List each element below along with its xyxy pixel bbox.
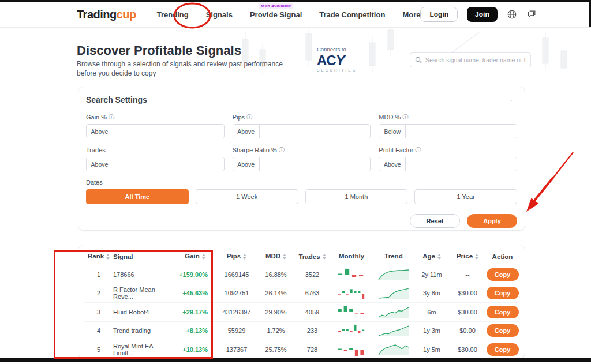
- copy-button[interactable]: Copy: [487, 268, 519, 281]
- page-title: Discover Profitable Signals: [77, 43, 241, 58]
- pips-cell: 1092751: [216, 290, 257, 297]
- copy-button[interactable]: Copy: [487, 306, 519, 318]
- login-button[interactable]: Login: [420, 7, 458, 22]
- signal-name[interactable]: Royal Mint EA Limitl...: [113, 343, 174, 357]
- trades-cell: 233: [294, 327, 330, 334]
- sort-icon[interactable]: [202, 254, 205, 260]
- filter-trades-prefix: Above: [87, 157, 113, 171]
- sort-icon[interactable]: [323, 254, 326, 260]
- trades-cell: 6763: [294, 290, 330, 297]
- sort-icon[interactable]: [437, 254, 441, 260]
- date-option-1-year[interactable]: 1 Year: [414, 189, 517, 204]
- nav-item-signals[interactable]: Signals: [206, 10, 233, 19]
- filter-mdd-label: MDD %: [379, 114, 401, 121]
- price-cell: $0.00: [449, 327, 486, 334]
- filter-profit-factor-label: Profit Factor: [379, 147, 413, 153]
- top-navbar: Tradingcup Trending Signals MT5 Availabl…: [0, 2, 591, 28]
- copy-button[interactable]: Copy: [487, 287, 519, 299]
- filter-sharpe-input[interactable]: [260, 157, 371, 171]
- signal-search-box: [410, 52, 531, 67]
- table-row[interactable]: 3 Fluid Robot4 +29.17% 43126397 29.90% 4…: [84, 303, 519, 322]
- chat-icon[interactable]: [526, 9, 537, 20]
- filter-pips: Pipsⓘ Above: [233, 114, 371, 138]
- tradingcup-logo[interactable]: Tradingcup: [77, 8, 136, 21]
- nav-item-trending[interactable]: Trending: [157, 10, 189, 19]
- mdd-cell: 29.90%: [257, 309, 294, 316]
- col-header-action: Action: [492, 253, 513, 260]
- info-icon[interactable]: ⓘ: [415, 147, 421, 153]
- connects-to-label: Connects to: [317, 46, 357, 52]
- globe-icon[interactable]: [507, 9, 517, 20]
- table-row[interactable]: 5 Royal Mint EA Limitl... +10.13% 137367…: [84, 340, 519, 359]
- signal-name[interactable]: R Factor Mean Reve...: [113, 286, 174, 300]
- col-header-gain[interactable]: Gain: [185, 253, 200, 261]
- reset-button[interactable]: Reset: [410, 214, 460, 228]
- age-cell: 6m: [414, 309, 449, 316]
- age-cell: 1y 5m: [414, 346, 449, 353]
- col-header-price[interactable]: Price: [457, 253, 473, 261]
- date-option-1-month[interactable]: 1 Month: [305, 189, 408, 204]
- table-row[interactable]: 1 178666 +159.00% 1669145 16.88% 3522 2y…: [84, 265, 519, 284]
- filter-mdd: MDD %ⓘ Below: [379, 114, 517, 138]
- copy-button[interactable]: Copy: [487, 324, 519, 337]
- trend-sparkline: [378, 343, 409, 356]
- info-icon[interactable]: ⓘ: [279, 147, 285, 153]
- filter-pips-input[interactable]: [260, 125, 371, 138]
- filter-profit-factor-input[interactable]: [406, 157, 517, 171]
- dates-label: Dates: [86, 179, 517, 186]
- acy-logo-accent: Y: [336, 52, 345, 68]
- col-header-mdd[interactable]: MDD: [265, 253, 280, 261]
- signals-table: Rank Signal Gain Pips MDD Trades Monthly…: [78, 245, 525, 359]
- col-header-rank[interactable]: Rank: [88, 253, 104, 261]
- signal-name[interactable]: 178666: [113, 271, 174, 278]
- divider: [309, 46, 309, 76]
- info-icon[interactable]: ⓘ: [402, 114, 408, 120]
- sort-icon[interactable]: [106, 254, 110, 260]
- monthly-bar-chart: [338, 343, 365, 356]
- date-option-all-time[interactable]: All Time: [86, 189, 189, 204]
- table-row[interactable]: 2 R Factor Mean Reve... +45.63% 1092751 …: [84, 284, 519, 303]
- page-subtitle: Browse through a selection of signals an…: [77, 59, 295, 78]
- col-header-trades[interactable]: Trades: [298, 253, 320, 260]
- sort-icon[interactable]: [243, 254, 246, 260]
- rank-cell: 4: [84, 327, 113, 334]
- signal-name[interactable]: Fluid Robot4: [113, 309, 174, 316]
- col-header-pips[interactable]: Pips: [227, 253, 241, 261]
- nav-item-trade-competition[interactable]: Trade Competition: [319, 10, 385, 19]
- filter-gain-input[interactable]: [113, 125, 224, 138]
- trend-sparkline: [378, 324, 409, 337]
- nav-item-more[interactable]: More: [402, 10, 420, 19]
- sort-icon[interactable]: [475, 254, 478, 260]
- filter-sharpe-label: Sharpe Ratio %: [233, 147, 277, 153]
- info-icon[interactable]: ⓘ: [246, 114, 252, 120]
- filter-trades-input[interactable]: [113, 157, 224, 171]
- join-button[interactable]: Join: [467, 7, 498, 22]
- search-settings-title: Search Settings: [86, 95, 147, 104]
- filter-sharpe-prefix: Above: [233, 157, 260, 171]
- sort-icon[interactable]: [283, 254, 286, 260]
- table-row[interactable]: 4 Trend trading +8.13% 55929 1.72% 233 1…: [84, 322, 519, 341]
- screen-frame-bottom: [0, 358, 591, 362]
- col-header-monthly: Monthly: [339, 253, 364, 261]
- filter-trades-label: Trades: [86, 147, 106, 153]
- apply-button[interactable]: Apply: [467, 214, 517, 228]
- copy-button[interactable]: Copy: [487, 343, 519, 356]
- acy-securities-logo: ACY: [317, 54, 357, 67]
- monthly-bar-chart: [338, 306, 365, 318]
- date-option-1-week[interactable]: 1 Week: [196, 189, 298, 204]
- annotation-arrow-apply: [517, 144, 586, 219]
- trend-sparkline: [378, 287, 409, 299]
- signal-name[interactable]: Trend trading: [113, 327, 174, 334]
- collapse-chevron-icon[interactable]: [510, 97, 517, 102]
- age-cell: 3y 8m: [414, 290, 449, 297]
- info-icon[interactable]: ⓘ: [109, 114, 114, 120]
- logo-text-orange: cup: [117, 8, 136, 21]
- nav-item-provide-signal[interactable]: MT5 Available Provide Signal: [250, 10, 302, 19]
- search-input[interactable]: [425, 57, 526, 63]
- monthly-bar-chart: [338, 268, 365, 281]
- col-header-age[interactable]: Age: [422, 253, 435, 261]
- mdd-cell: 1.72%: [257, 327, 294, 334]
- filter-mdd-input[interactable]: [406, 125, 517, 138]
- trades-cell: 3522: [294, 271, 330, 278]
- filter-profit-factor: Profit Factorⓘ Above: [379, 147, 517, 171]
